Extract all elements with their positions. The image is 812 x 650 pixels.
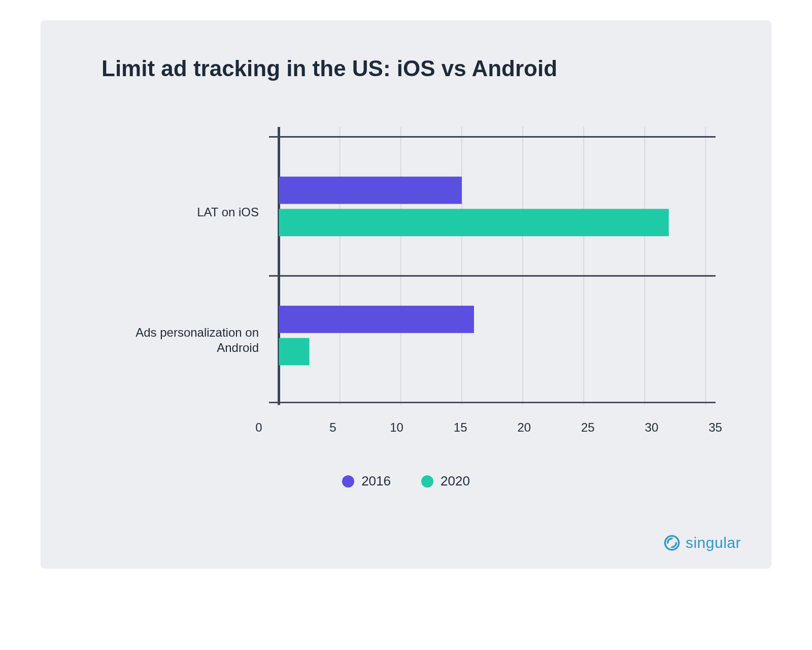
category-label-android: Ads personalization on Android (107, 325, 259, 355)
y-axis-labels: LAT on iOS Ads personalization on Androi… (96, 127, 269, 411)
xtick-5: 5 (329, 420, 336, 435)
legend-label-2016: 2016 (361, 473, 391, 489)
plot-area (269, 127, 716, 411)
bar-android-2016 (279, 306, 474, 333)
brand-logo: singular (663, 534, 741, 551)
legend-label-2020: 2020 (441, 473, 470, 489)
xtick-35: 35 (708, 420, 722, 435)
singular-icon (663, 534, 681, 551)
legend: 2016 2020 (86, 473, 726, 489)
gridlines (340, 127, 706, 405)
legend-item-2020: 2020 (421, 473, 470, 489)
bar-android-2020 (279, 338, 310, 366)
chart-title: Limit ad tracking in the US: iOS vs Andr… (101, 56, 726, 81)
chart-svg (269, 127, 716, 405)
xtick-10: 10 (390, 420, 403, 435)
legend-item-2016: 2016 (342, 473, 391, 489)
xtick-25: 25 (581, 420, 595, 435)
legend-swatch-2016 (342, 475, 354, 488)
xtick-20: 20 (517, 420, 531, 435)
xtick-15: 15 (454, 420, 467, 435)
xtick-30: 30 (645, 420, 659, 435)
bar-ios-2016 (279, 177, 462, 204)
chart-area: LAT on iOS Ads personalization on Androi… (96, 127, 716, 411)
bar-ios-2020 (279, 209, 669, 236)
x-axis-ticks: 0 5 10 15 20 25 30 35 (259, 420, 726, 438)
xtick-0: 0 (255, 420, 262, 435)
legend-swatch-2020 (421, 475, 433, 488)
category-label-ios: LAT on iOS (197, 205, 259, 220)
brand-text: singular (686, 534, 741, 551)
chart-card: Limit ad tracking in the US: iOS vs Andr… (41, 20, 771, 569)
